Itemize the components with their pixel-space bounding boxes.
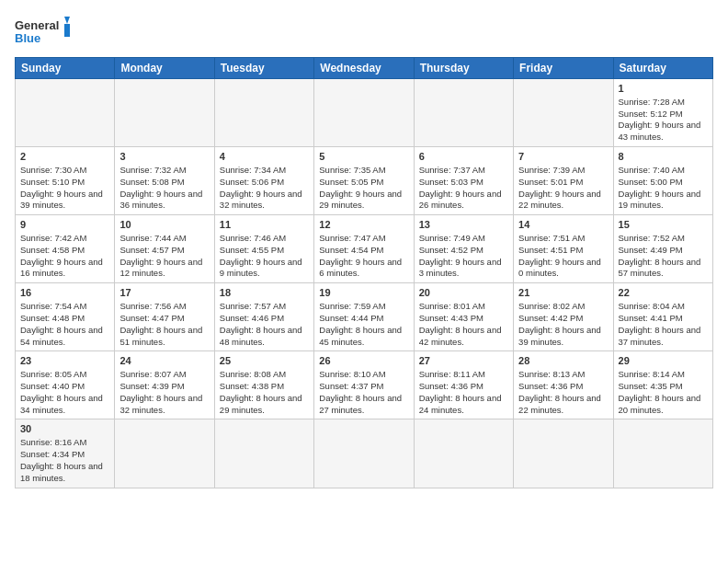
day-number: 27 <box>419 354 508 368</box>
calendar-header-row: Sunday Monday Tuesday Wednesday Thursday… <box>16 58 713 79</box>
calendar-day-cell: 10Sunrise: 7:44 AMSunset: 4:57 PMDayligh… <box>115 215 214 283</box>
daylight-text: Daylight: 8 hours and 45 minutes. <box>319 325 402 347</box>
sunrise-text: Sunrise: 8:01 AM <box>419 301 485 311</box>
calendar-day-cell: 24Sunrise: 8:07 AMSunset: 4:39 PMDayligh… <box>115 351 214 419</box>
sunset-text: Sunset: 4:39 PM <box>119 381 184 391</box>
page: General Blue Sunday Monday Tuesday Wedne… <box>0 0 728 563</box>
daylight-text: Daylight: 8 hours and 29 minutes. <box>220 393 302 415</box>
sunset-text: Sunset: 5:01 PM <box>518 177 583 187</box>
day-number: 14 <box>518 218 608 232</box>
calendar-day-cell: 17Sunrise: 7:56 AMSunset: 4:47 PMDayligh… <box>115 283 214 351</box>
calendar-day-cell: 25Sunrise: 8:08 AMSunset: 4:38 PMDayligh… <box>214 351 313 419</box>
calendar-day-cell <box>613 419 712 488</box>
svg-text:General: General <box>15 18 59 32</box>
calendar-day-cell: 22Sunrise: 8:04 AMSunset: 4:41 PMDayligh… <box>613 283 712 351</box>
daylight-text: Daylight: 9 hours and 22 minutes. <box>518 189 601 211</box>
calendar-day-cell: 30Sunrise: 8:16 AMSunset: 4:34 PMDayligh… <box>16 419 115 488</box>
sunrise-text: Sunrise: 8:13 AM <box>518 369 585 379</box>
col-saturday: Saturday <box>613 58 712 79</box>
daylight-text: Daylight: 9 hours and 36 minutes. <box>119 189 202 211</box>
calendar-day-cell: 13Sunrise: 7:49 AMSunset: 4:52 PMDayligh… <box>414 215 513 283</box>
daylight-text: Daylight: 9 hours and 0 minutes. <box>518 257 601 279</box>
calendar-day-cell <box>414 79 513 147</box>
sunset-text: Sunset: 4:43 PM <box>419 313 483 323</box>
sunset-text: Sunset: 5:06 PM <box>220 177 284 187</box>
calendar-day-cell: 9Sunrise: 7:42 AMSunset: 4:58 PMDaylight… <box>16 215 115 283</box>
calendar-day-cell: 3Sunrise: 7:32 AMSunset: 5:08 PMDaylight… <box>115 147 214 215</box>
sunrise-text: Sunrise: 7:44 AM <box>119 233 186 243</box>
daylight-text: Daylight: 8 hours and 57 minutes. <box>619 257 701 279</box>
day-number: 7 <box>518 150 608 164</box>
sunset-text: Sunset: 4:42 PM <box>518 313 583 323</box>
daylight-text: Daylight: 8 hours and 34 minutes. <box>20 393 103 415</box>
calendar-day-cell: 28Sunrise: 8:13 AMSunset: 4:36 PMDayligh… <box>514 351 613 419</box>
daylight-text: Daylight: 8 hours and 22 minutes. <box>518 393 601 415</box>
daylight-text: Daylight: 9 hours and 9 minutes. <box>220 257 302 279</box>
daylight-text: Daylight: 8 hours and 48 minutes. <box>220 325 302 347</box>
sunset-text: Sunset: 4:46 PM <box>220 313 284 323</box>
daylight-text: Daylight: 8 hours and 54 minutes. <box>20 325 103 347</box>
daylight-text: Daylight: 9 hours and 16 minutes. <box>20 257 103 279</box>
calendar-day-cell: 29Sunrise: 8:14 AMSunset: 4:35 PMDayligh… <box>613 351 712 419</box>
sunrise-text: Sunrise: 7:51 AM <box>518 233 585 243</box>
calendar-day-cell: 18Sunrise: 7:57 AMSunset: 4:46 PMDayligh… <box>214 283 313 351</box>
sunrise-text: Sunrise: 7:54 AM <box>20 301 86 311</box>
calendar-day-cell <box>115 79 214 147</box>
sunrise-text: Sunrise: 7:46 AM <box>220 233 286 243</box>
svg-text:Blue: Blue <box>15 31 40 45</box>
sunset-text: Sunset: 4:58 PM <box>20 245 85 255</box>
day-number: 3 <box>119 150 209 164</box>
calendar-day-cell <box>314 419 414 488</box>
sunset-text: Sunset: 5:10 PM <box>20 177 85 187</box>
calendar-day-cell <box>214 419 313 488</box>
calendar-day-cell: 26Sunrise: 8:10 AMSunset: 4:37 PMDayligh… <box>314 351 414 419</box>
col-monday: Monday <box>115 58 214 79</box>
calendar-week-row: 16Sunrise: 7:54 AMSunset: 4:48 PMDayligh… <box>16 283 713 351</box>
sunset-text: Sunset: 5:08 PM <box>119 177 184 187</box>
calendar-day-cell <box>514 79 613 147</box>
calendar-day-cell <box>514 419 613 488</box>
day-number: 1 <box>619 82 708 96</box>
calendar-day-cell: 12Sunrise: 7:47 AMSunset: 4:54 PMDayligh… <box>314 215 414 283</box>
day-number: 12 <box>319 218 408 232</box>
calendar-day-cell: 4Sunrise: 7:34 AMSunset: 5:06 PMDaylight… <box>214 147 313 215</box>
daylight-text: Daylight: 9 hours and 29 minutes. <box>319 189 402 211</box>
sunset-text: Sunset: 5:00 PM <box>619 177 683 187</box>
day-number: 17 <box>119 286 209 300</box>
day-number: 29 <box>619 354 708 368</box>
daylight-text: Daylight: 8 hours and 39 minutes. <box>518 325 601 347</box>
col-wednesday: Wednesday <box>314 58 414 79</box>
calendar-day-cell: 21Sunrise: 8:02 AMSunset: 4:42 PMDayligh… <box>514 283 613 351</box>
daylight-text: Daylight: 8 hours and 51 minutes. <box>119 325 202 347</box>
sunset-text: Sunset: 4:55 PM <box>220 245 284 255</box>
sunrise-text: Sunrise: 7:40 AM <box>619 165 685 175</box>
sunset-text: Sunset: 4:57 PM <box>119 245 184 255</box>
sunrise-text: Sunrise: 8:08 AM <box>220 369 286 379</box>
sunrise-text: Sunrise: 8:04 AM <box>619 301 685 311</box>
daylight-text: Daylight: 9 hours and 6 minutes. <box>319 257 402 279</box>
sunset-text: Sunset: 4:47 PM <box>119 313 184 323</box>
sunrise-text: Sunrise: 7:42 AM <box>20 233 86 243</box>
day-number: 26 <box>319 354 408 368</box>
sunset-text: Sunset: 4:48 PM <box>20 313 85 323</box>
sunrise-text: Sunrise: 7:49 AM <box>419 233 485 243</box>
calendar-day-cell <box>16 79 115 147</box>
sunset-text: Sunset: 4:41 PM <box>619 313 683 323</box>
sunrise-text: Sunrise: 8:16 AM <box>20 437 86 447</box>
daylight-text: Daylight: 8 hours and 24 minutes. <box>419 393 502 415</box>
sunrise-text: Sunrise: 7:37 AM <box>419 165 485 175</box>
sunrise-text: Sunrise: 8:14 AM <box>619 369 685 379</box>
daylight-text: Daylight: 8 hours and 27 minutes. <box>319 393 402 415</box>
day-number: 4 <box>220 150 309 164</box>
daylight-text: Daylight: 9 hours and 39 minutes. <box>20 189 103 211</box>
calendar-day-cell: 19Sunrise: 7:59 AMSunset: 4:44 PMDayligh… <box>314 283 414 351</box>
daylight-text: Daylight: 8 hours and 32 minutes. <box>119 393 202 415</box>
sunset-text: Sunset: 4:52 PM <box>419 245 483 255</box>
calendar-day-cell <box>414 419 513 488</box>
calendar-week-row: 23Sunrise: 8:05 AMSunset: 4:40 PMDayligh… <box>16 351 713 419</box>
calendar-day-cell <box>214 79 313 147</box>
sunrise-text: Sunrise: 8:05 AM <box>20 369 86 379</box>
calendar-day-cell: 14Sunrise: 7:51 AMSunset: 4:51 PMDayligh… <box>514 215 613 283</box>
sunrise-text: Sunrise: 7:34 AM <box>220 165 286 175</box>
sunrise-text: Sunrise: 7:56 AM <box>119 301 186 311</box>
